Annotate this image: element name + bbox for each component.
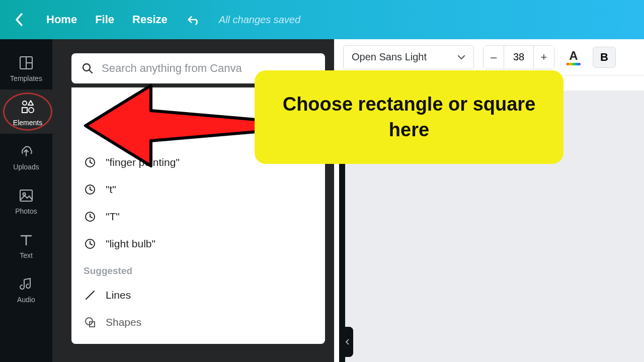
increase-size-button[interactable]: +: [534, 46, 554, 69]
suggested-heading: Suggested: [71, 257, 325, 282]
left-sidebar: Templates Elements Uploads Pho: [0, 39, 52, 362]
recent-search-item[interactable]: "light bulb": [71, 230, 325, 257]
suggested-label: Shapes: [106, 316, 141, 328]
templates-icon: [18, 54, 35, 71]
suggested-item-lines[interactable]: Lines: [71, 282, 325, 309]
sidebar-item-templates[interactable]: Templates: [0, 45, 52, 89]
elements-icon: [19, 99, 36, 116]
sidebar-item-label: Uploads: [13, 163, 39, 171]
font-size-value[interactable]: 38: [504, 46, 534, 69]
sidebar-item-photos[interactable]: Photos: [0, 178, 52, 222]
color-spectrum-icon: [567, 63, 581, 65]
sidebar-item-label: Audio: [17, 296, 35, 304]
svg-line-8: [90, 70, 93, 73]
recent-search-item[interactable]: "t": [71, 176, 325, 203]
save-status: All changes saved: [219, 14, 300, 26]
chevron-left-icon: [345, 338, 350, 345]
svg-point-6: [23, 193, 26, 196]
svg-rect-3: [22, 108, 27, 113]
chevron-down-icon: [457, 54, 465, 60]
sidebar-item-uploads[interactable]: Uploads: [0, 134, 52, 178]
sidebar-item-label: Templates: [10, 74, 42, 82]
sidebar-item-label: Elements: [13, 119, 42, 127]
clock-icon: [84, 237, 97, 250]
chevron-left-icon: [15, 13, 24, 27]
menu-file[interactable]: File: [95, 13, 114, 26]
svg-line-13: [86, 291, 94, 299]
search-icon: [82, 62, 94, 74]
font-name: Open Sans Light: [352, 51, 427, 63]
uploads-icon: [18, 143, 35, 160]
collapse-panel-button[interactable]: [341, 327, 353, 357]
svg-rect-5: [20, 190, 32, 201]
menu-home[interactable]: Home: [46, 13, 77, 26]
photos-icon: [18, 187, 35, 204]
back-button[interactable]: [10, 13, 28, 27]
svg-point-4: [29, 108, 34, 113]
sidebar-item-text[interactable]: Text: [0, 222, 52, 266]
recent-search-item[interactable]: "T": [71, 203, 325, 230]
undo-icon: [186, 14, 201, 26]
annotation-callout: Choose rectangle or square here: [255, 70, 564, 164]
bold-button[interactable]: B: [593, 47, 616, 68]
sidebar-item-label: Text: [20, 251, 33, 259]
recent-label: "light bulb": [106, 238, 155, 250]
recent-label: "t": [106, 184, 116, 196]
menu-resize[interactable]: Resize: [132, 13, 168, 26]
audio-icon: [18, 276, 35, 293]
top-menu-bar: Home File Resize All changes saved: [0, 0, 644, 39]
sidebar-item-elements[interactable]: Elements: [0, 89, 55, 134]
clock-icon: [84, 210, 97, 223]
text-color-button[interactable]: A: [564, 49, 584, 65]
decrease-size-button[interactable]: –: [484, 46, 504, 69]
sidebar-item-label: Photos: [15, 207, 37, 215]
shapes-icon: [84, 316, 97, 329]
line-icon: [84, 289, 97, 302]
annotation-arrow-icon: [75, 80, 277, 171]
text-icon: [18, 231, 35, 248]
font-size-stepper: – 38 +: [483, 45, 554, 69]
suggested-item-shapes[interactable]: Shapes: [71, 309, 325, 336]
clock-icon: [84, 183, 97, 196]
callout-text: Choose rectangle or square here: [273, 92, 545, 143]
undo-button[interactable]: [186, 14, 201, 26]
recent-label: "T": [106, 211, 120, 223]
suggested-label: Lines: [106, 289, 131, 301]
font-selector[interactable]: Open Sans Light: [343, 45, 474, 69]
sidebar-item-audio[interactable]: Audio: [0, 266, 52, 311]
